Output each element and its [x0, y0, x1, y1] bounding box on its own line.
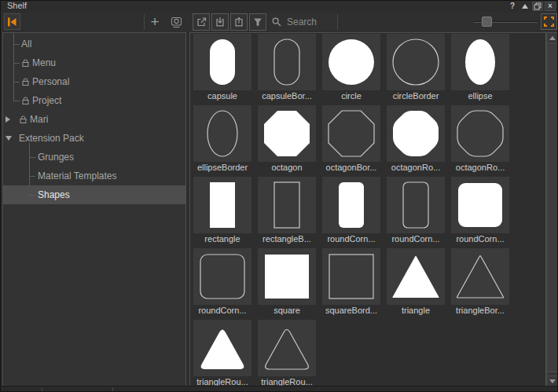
filter-button[interactable] — [249, 13, 266, 31]
float-icon — [522, 4, 528, 9]
shelf-item[interactable]: octagon — [258, 105, 316, 175]
shelf-item-label: roundCorn... — [387, 233, 445, 247]
tree-branch-tick — [29, 176, 35, 177]
shelf-item[interactable]: rectangleB... — [258, 177, 316, 247]
shelf-item-label: squareBord... — [322, 305, 380, 318]
tree-item[interactable]: Material Templates — [3, 167, 185, 185]
shelf-item-thumbnail — [387, 177, 445, 233]
expander-icon[interactable] — [6, 136, 12, 141]
tree-item-label: Extension Pack — [19, 133, 84, 144]
palette-icon — [170, 16, 183, 29]
shelf-item-label: octagonBor... — [322, 162, 380, 175]
shelf-item-label: triangle — [387, 305, 445, 318]
shelf-item[interactable]: roundCorn... — [193, 248, 251, 318]
tree-item-label: Project — [32, 95, 61, 106]
shelf-item-label: roundCorn... — [322, 233, 380, 247]
shelf-item-thumbnail — [387, 34, 445, 90]
shelf-item[interactable]: roundCorn... — [387, 177, 445, 247]
shelf-items-grid: capsule capsuleBor... circle circleBorde… — [193, 34, 509, 387]
help-button[interactable]: ? — [507, 2, 518, 11]
add-shelf-button[interactable]: + — [146, 13, 163, 31]
tree-item-label: Shapes — [38, 189, 70, 200]
shelf-item[interactable]: triangleRou... — [258, 320, 316, 387]
shelf-item[interactable]: triangleBor... — [451, 248, 509, 318]
tree-item-label: Menu — [32, 57, 56, 68]
tree-branch-tick — [13, 44, 20, 45]
export-icon — [196, 16, 207, 27]
vertical-scrollbar[interactable] — [546, 32, 558, 387]
shelf-item[interactable]: octagonRo... — [387, 105, 445, 175]
shelf-item[interactable]: roundCorn... — [322, 177, 380, 247]
restore-button[interactable] — [532, 2, 543, 11]
shelf-item[interactable]: squareBord... — [322, 248, 380, 318]
shelf-item[interactable]: circleBorder — [387, 34, 445, 104]
tree-item[interactable]: Menu — [3, 53, 185, 72]
shelf-item-thumbnail — [193, 177, 251, 233]
shelf-item-label: capsuleBor... — [258, 90, 316, 104]
thumbnail-size-slider[interactable] — [472, 14, 539, 30]
shelf-item-label: circleBorder — [387, 90, 445, 104]
shelf-tree: All Menu Personal Proje — [3, 35, 185, 204]
shelf-item[interactable]: circle — [322, 34, 380, 104]
close-button[interactable]: × — [545, 2, 556, 11]
tree-item[interactable]: Extension Pack — [3, 129, 185, 148]
shelf-item[interactable]: roundCorn... — [451, 177, 509, 247]
lock-icon — [22, 59, 29, 68]
window-controls: ? × — [507, 1, 556, 11]
tree-branch-tick — [13, 82, 20, 82]
shelf-window: Shelf ? × + — [0, 0, 558, 392]
shelf-item-label: square — [258, 305, 316, 318]
tree-item[interactable]: Personal — [3, 72, 185, 91]
tree-item[interactable]: Shapes — [3, 185, 185, 204]
shelf-item-thumbnail — [258, 34, 316, 90]
collapse-arrow-icon — [6, 16, 19, 28]
shelf-item-label: octagonRo... — [451, 162, 509, 175]
toolbar-separator — [337, 14, 338, 30]
shelf-item-thumbnail — [322, 34, 380, 90]
shelf-item[interactable]: ellipse — [451, 34, 509, 104]
toolbar: + — [1, 12, 557, 32]
shelf-item-label: ellipse — [451, 90, 509, 104]
import-item-button[interactable] — [211, 13, 229, 31]
export-item-button[interactable] — [230, 13, 248, 31]
tree-item-label: Personal — [32, 76, 69, 87]
shelf-item[interactable]: octagonRo... — [451, 105, 509, 175]
shelf-item[interactable]: capsule — [193, 34, 251, 104]
shelf-item[interactable]: capsuleBor... — [258, 34, 316, 104]
shelf-item-label: circle — [322, 90, 380, 104]
shelf-item-thumbnail — [451, 177, 509, 233]
shelf-item-thumbnail — [258, 177, 316, 233]
expand-fullscreen-button[interactable] — [541, 13, 557, 30]
shelf-item-label: rectangle — [193, 233, 251, 247]
search-box[interactable] — [269, 13, 336, 31]
shelf-item[interactable]: triangleRou... — [193, 320, 251, 387]
scroll-down-button[interactable] — [547, 376, 557, 387]
shelf-item[interactable]: rectangle — [193, 177, 251, 247]
shelf-item[interactable]: square — [258, 248, 316, 318]
filter-funnel-icon — [252, 16, 263, 27]
search-input[interactable] — [285, 16, 332, 28]
tree-item[interactable]: Mari — [3, 110, 185, 129]
tree-item[interactable]: Grunges — [3, 148, 185, 167]
palette-browser-button[interactable] — [167, 13, 185, 31]
scrollbar-thumb[interactable] — [547, 45, 557, 372]
shelf-item[interactable]: triangle — [387, 248, 445, 318]
scroll-up-button[interactable] — [547, 33, 557, 44]
shelf-item-thumbnail — [387, 105, 445, 162]
collapse-panel-button[interactable] — [4, 13, 20, 30]
slider-handle[interactable] — [482, 16, 492, 27]
lock-icon — [20, 115, 27, 124]
titlebar[interactable]: Shelf ? × — [1, 1, 557, 12]
expand-corners-icon — [544, 16, 554, 27]
shelf-item[interactable]: ellipseBorder — [193, 105, 251, 175]
expander-icon[interactable] — [6, 116, 10, 123]
search-icon — [271, 16, 282, 27]
shelf-item-label: capsule — [193, 90, 251, 104]
shelf-item[interactable]: octagonBor... — [322, 105, 380, 175]
float-panel-button[interactable] — [519, 2, 530, 11]
tree-item[interactable]: All — [3, 35, 185, 53]
shelf-item-thumbnail — [193, 105, 251, 162]
export-shelf-button[interactable] — [193, 13, 210, 31]
tree-item[interactable]: Project — [3, 91, 185, 110]
shelf-item-thumbnail — [451, 34, 509, 90]
